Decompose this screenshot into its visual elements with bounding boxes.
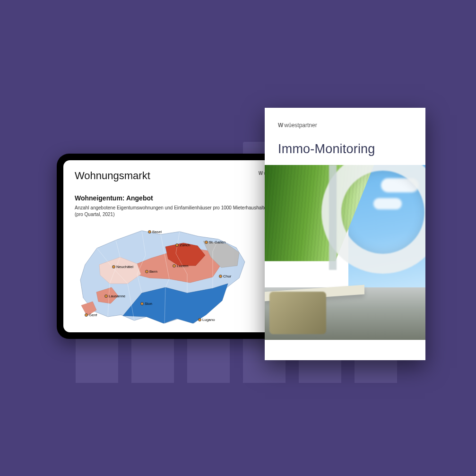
map-city-label: Basel <box>148 230 162 234</box>
map-city-label: Sion <box>141 302 152 306</box>
map-city-label: Lausanne <box>105 294 125 298</box>
book-cover-image <box>265 165 425 340</box>
map-city-label: Chur <box>219 274 231 278</box>
wuestpartner-logo: Wwüestpartner <box>278 122 412 129</box>
map-city-label: Neuchâtel <box>113 265 133 269</box>
tablet-description: Anzahl angebotene Eigentumswohnungen und… <box>75 205 289 217</box>
map-city-label: St. Gallen <box>205 240 225 244</box>
map-city-label: Zürich <box>176 243 190 247</box>
book-cover: Wwüestpartner Immo-Monitoring <box>265 108 425 360</box>
switzerland-map-block: BaselZürichSt. GallenNeuchâtelBernLuzern… <box>75 222 289 331</box>
book-title: Immo-Monitoring <box>278 142 412 156</box>
tablet-title: Wohnungsmarkt <box>75 170 289 182</box>
map-city-label: Genf <box>85 313 97 317</box>
tablet-subtitle: Wohneigentum: Angebot <box>75 194 289 202</box>
map-city-label: Luzern <box>173 264 188 268</box>
map-city-label: Bern <box>146 269 157 274</box>
map-city-label: Lugano <box>199 318 215 322</box>
